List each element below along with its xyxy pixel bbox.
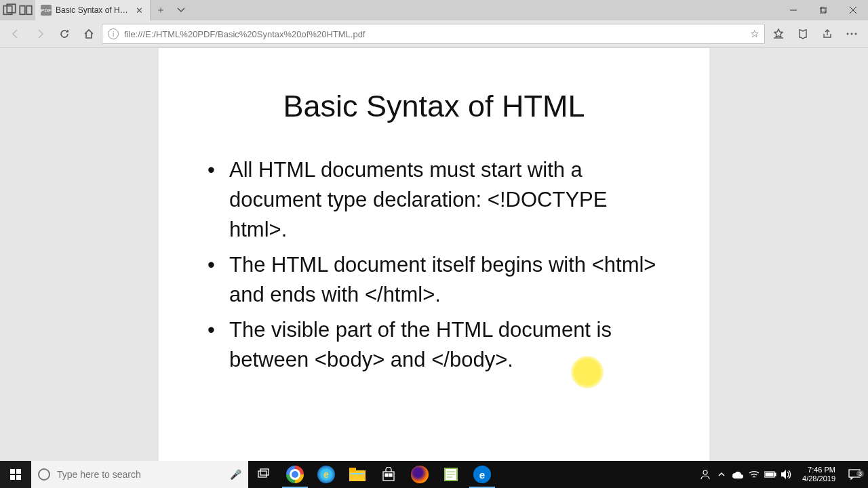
battery-icon[interactable] [763, 471, 778, 478]
svg-rect-16 [16, 475, 21, 480]
minimize-button[interactable] [778, 0, 808, 20]
pdf-favicon-icon: PDF [41, 5, 52, 16]
taskbar-clock[interactable]: 7:46 PM 4/28/2019 [797, 466, 841, 483]
home-button[interactable] [77, 23, 100, 45]
site-info-icon[interactable]: i [108, 28, 119, 39]
favorite-icon[interactable]: ☆ [750, 28, 759, 40]
tab-title: Basic Syntax of HTML.pd [56, 5, 130, 15]
svg-rect-31 [774, 473, 776, 476]
bullet-list: All HTML documents must start with a doc… [198, 155, 670, 375]
svg-rect-19 [349, 470, 366, 481]
forward-button[interactable] [28, 23, 52, 45]
search-input[interactable] [57, 469, 223, 480]
svg-rect-17 [258, 471, 267, 477]
mic-icon[interactable]: 🎤 [230, 469, 241, 480]
new-tab-button[interactable]: ＋ [151, 4, 171, 16]
favorites-hub-icon[interactable] [766, 23, 791, 45]
taskbar-app-edge[interactable]: e [467, 461, 498, 488]
back-button[interactable] [4, 23, 27, 45]
refresh-button[interactable] [53, 23, 76, 45]
svg-rect-14 [16, 469, 21, 474]
task-view-button[interactable] [248, 461, 279, 488]
wifi-icon[interactable] [747, 470, 762, 479]
show-tabs-icon[interactable] [19, 3, 33, 17]
taskbar-app-store[interactable] [373, 461, 404, 488]
svg-rect-21 [351, 473, 364, 474]
navbar: i file:///E:/HTML%20PDF/Basic%20Syntax%2… [0, 20, 868, 48]
system-tray [698, 461, 797, 488]
titlebar: PDF Basic Syntax of HTML.pd ✕ ＋ [0, 0, 868, 20]
settings-menu-icon[interactable] [840, 23, 864, 45]
svg-rect-24 [389, 474, 392, 476]
svg-rect-2 [20, 6, 25, 15]
svg-rect-5 [820, 8, 825, 14]
tab-close-button[interactable]: ✕ [134, 5, 144, 16]
svg-rect-32 [766, 473, 773, 476]
cortana-icon [38, 468, 50, 481]
tab-menu-button[interactable] [171, 6, 191, 14]
svg-point-11 [851, 33, 853, 35]
reading-mode-icon[interactable] [791, 23, 815, 45]
url-text: file:///E:/HTML%20PDF/Basic%20Syntax%20o… [124, 29, 745, 39]
taskbar-app-notepadpp[interactable] [435, 461, 467, 488]
svg-rect-3 [26, 6, 32, 15]
document-title: Basic Syntax of HTML [198, 89, 670, 124]
clock-date: 4/28/2019 [802, 474, 835, 483]
notification-badge: 3 [856, 470, 864, 477]
svg-point-12 [855, 33, 857, 35]
onedrive-icon[interactable] [730, 470, 745, 479]
pdf-page: Basic Syntax of HTML All HTML documents … [159, 48, 709, 461]
svg-rect-13 [10, 469, 15, 474]
pdf-viewport[interactable]: Basic Syntax of HTML All HTML documents … [0, 48, 868, 461]
browser-tab[interactable]: PDF Basic Syntax of HTML.pd ✕ [35, 0, 151, 20]
people-icon[interactable] [698, 469, 713, 480]
address-bar[interactable]: i file:///E:/HTML%20PDF/Basic%20Syntax%2… [102, 24, 765, 44]
taskbar-app-firefox[interactable] [404, 461, 435, 488]
taskbar-app-explorer[interactable] [342, 461, 373, 488]
svg-point-10 [847, 33, 849, 35]
svg-rect-6 [821, 7, 827, 12]
share-icon[interactable] [815, 23, 840, 45]
svg-rect-23 [385, 474, 388, 476]
svg-point-29 [703, 470, 707, 474]
tray-chevron-icon[interactable] [714, 471, 729, 478]
volume-icon[interactable] [779, 470, 794, 479]
window-controls [778, 0, 868, 20]
list-item: The visible part of the HTML document is… [198, 315, 670, 375]
action-center-button[interactable]: 3 [841, 469, 868, 480]
list-item: The HTML document itself begins with <ht… [198, 250, 670, 310]
set-aside-tabs-icon[interactable] [3, 3, 16, 17]
taskbar-app-chrome[interactable] [279, 461, 311, 488]
taskbar-search[interactable]: 🎤 [31, 461, 248, 488]
taskbar-app-ie[interactable]: e [311, 461, 342, 488]
taskbar: 🎤 e e 7:46 PM 4/28/2019 3 [0, 461, 868, 488]
svg-rect-15 [10, 475, 15, 480]
clock-time: 7:46 PM [802, 466, 835, 474]
close-window-button[interactable] [838, 0, 868, 20]
maximize-button[interactable] [808, 0, 838, 20]
svg-rect-20 [349, 468, 356, 472]
start-button[interactable] [0, 461, 31, 488]
svg-rect-18 [260, 469, 269, 475]
list-item: All HTML documents must start with a doc… [198, 155, 670, 245]
